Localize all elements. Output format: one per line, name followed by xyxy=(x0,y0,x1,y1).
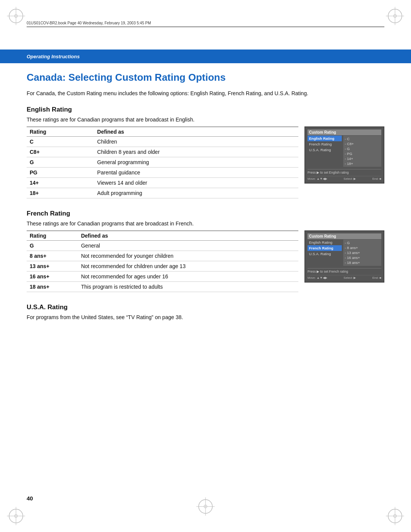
rating-cell: C8+ xyxy=(27,147,94,157)
defined-cell: General xyxy=(78,241,298,251)
english-rating-desc: These ratings are for Canadian programs … xyxy=(27,117,384,123)
english-tv-menu-item-french: French Rating xyxy=(307,141,342,147)
section-title: Operating Instructions xyxy=(27,54,80,59)
rating-cell: 14+ xyxy=(27,178,94,188)
french-nav-move: Move: ▲▼◀▶ xyxy=(307,276,327,280)
table-row: 13 ans+Not recommended for children unde… xyxy=(27,261,298,272)
corner-mark-br xyxy=(386,507,404,525)
usa-rating-section: U.S.A. Rating For programs from the Unit… xyxy=(27,304,384,320)
french-col-defined-header: Defined as xyxy=(78,231,298,241)
french-tv-menu-area: English Rating French Rating U.S.A. Rati… xyxy=(307,240,381,266)
english-rating-block: Rating Defined as CChildrenC8+Children 8… xyxy=(27,126,384,198)
page-number: 40 xyxy=(27,495,33,502)
french-nav-end: End: ■ xyxy=(372,276,381,280)
intro-text: For Canada, the Custom Rating menu inclu… xyxy=(27,89,384,97)
col-rating-header: Rating xyxy=(27,127,94,137)
french-rating-table: Rating Defined as GGeneral8 ans+Not reco… xyxy=(27,230,298,292)
corner-mark-bl xyxy=(7,507,25,525)
french-tv-menu-left: English Rating French Rating U.S.A. Rati… xyxy=(307,240,342,266)
english-tv-menu-title: Custom Rating xyxy=(307,129,381,135)
col-defined-header: Defined as xyxy=(94,127,298,137)
french-tv-press-hint: Press ▶ to set French rating xyxy=(307,268,381,273)
rating-cell: PG xyxy=(27,168,94,178)
nav-select: Select: ▶ xyxy=(344,177,356,181)
bottom-crosshair xyxy=(196,497,215,517)
defined-cell: Viewers 14 and older xyxy=(94,178,298,188)
defined-cell: General programming xyxy=(94,157,298,168)
rating-cell: 8 ans+ xyxy=(27,251,78,261)
defined-cell: Not recommended for children under age 1… xyxy=(78,261,298,272)
defined-cell: Not recommended for younger children xyxy=(78,251,298,261)
french-nav-select: Select: ▶ xyxy=(344,276,356,280)
rating-cell: G xyxy=(27,241,78,251)
rating-cell: 13 ans+ xyxy=(27,261,78,272)
main-content: Canada: Selecting Custom Rating Options … xyxy=(27,63,384,320)
table-row: CChildren xyxy=(27,137,298,147)
french-tv-nav-bar: Move: ▲▼◀▶ Select: ▶ End: ■ xyxy=(307,275,381,280)
table-row: GGeneral xyxy=(27,241,298,251)
defined-cell: Children xyxy=(94,137,298,147)
file-info: 01US01COV-BR2.book Page 40 Wednesday, Fe… xyxy=(27,21,151,25)
usa-rating-text: For programs from the United States, see… xyxy=(27,314,384,320)
english-tv-menu-right: - C - C8+ - G - PG - 14+ - 18+ xyxy=(343,136,381,167)
english-tv-press-hint: Press ▶ to set English rating xyxy=(307,169,381,174)
defined-cell: Children 8 years and older xyxy=(94,147,298,157)
french-tv-menu-item-usa: U.S.A. Rating xyxy=(307,251,342,257)
english-rating-heading: English Rating xyxy=(27,106,384,113)
rating-cell: 18+ xyxy=(27,188,94,198)
french-tv-menu-item-french: French Rating xyxy=(307,245,342,251)
usa-rating-heading: U.S.A. Rating xyxy=(27,304,384,311)
defined-cell: Not recommended for ages under 16 xyxy=(78,272,298,282)
english-rating-table: Rating Defined as CChildrenC8+Children 8… xyxy=(27,126,298,198)
english-tv-menu-left: English Rating French Rating U.S.A. Rati… xyxy=(307,136,342,167)
french-tv-menu-right: - G - 8 ans+ - 13 ans+ - 16 ans+ - 18 an… xyxy=(343,240,381,266)
english-tv-nav-bar: Move: ▲▼◀▶ Select: ▶ End: ■ xyxy=(307,176,381,181)
french-tv-menu-item-english: English Rating xyxy=(307,240,342,245)
page-title: Canada: Selecting Custom Rating Options xyxy=(27,72,384,83)
french-tv-screen: Custom Rating English Rating French Rati… xyxy=(304,230,384,283)
table-row: PGParental guidance xyxy=(27,168,298,178)
french-rating-heading: French Rating xyxy=(27,210,384,217)
table-row: 18+Adult programming xyxy=(27,188,298,198)
corner-mark-tl xyxy=(7,7,25,25)
english-tv-screen: Custom Rating English Rating French Rati… xyxy=(304,126,384,184)
rating-cell: C xyxy=(27,137,94,147)
table-row: C8+Children 8 years and older xyxy=(27,147,298,157)
defined-cell: This program is restricted to adults xyxy=(78,282,298,292)
rating-cell: 18 ans+ xyxy=(27,282,78,292)
rating-cell: G xyxy=(27,157,94,168)
french-col-rating-header: Rating xyxy=(27,231,78,241)
french-rating-table-wrapper: Rating Defined as GGeneral8 ans+Not reco… xyxy=(27,230,298,292)
french-rating-desc: These ratings are for Canadian programs … xyxy=(27,220,384,227)
table-row: 8 ans+Not recommended for younger childr… xyxy=(27,251,298,261)
french-tv-menu-title: Custom Rating xyxy=(307,233,381,239)
nav-end: End: ■ xyxy=(372,177,381,181)
meta-bar: 01US01COV-BR2.book Page 40 Wednesday, Fe… xyxy=(27,21,384,27)
corner-mark-tr xyxy=(386,7,404,25)
table-row: GGeneral programming xyxy=(27,157,298,168)
table-row: 18 ans+This program is restricted to adu… xyxy=(27,282,298,292)
french-rating-block: Rating Defined as GGeneral8 ans+Not reco… xyxy=(27,230,384,292)
english-rating-table-wrapper: Rating Defined as CChildrenC8+Children 8… xyxy=(27,126,298,198)
english-tv-menu-item-english: English Rating xyxy=(307,136,342,141)
english-tv-menu-item-usa: U.S.A. Rating xyxy=(307,147,342,153)
table-row: 16 ans+Not recommended for ages under 16 xyxy=(27,272,298,282)
defined-cell: Parental guidance xyxy=(94,168,298,178)
table-row: 14+Viewers 14 and older xyxy=(27,178,298,188)
header-bar: Operating Instructions xyxy=(0,50,411,63)
rating-cell: 16 ans+ xyxy=(27,272,78,282)
nav-move: Move: ▲▼◀▶ xyxy=(307,177,327,181)
english-tv-menu-area: English Rating French Rating U.S.A. Rati… xyxy=(307,136,381,167)
defined-cell: Adult programming xyxy=(94,188,298,198)
